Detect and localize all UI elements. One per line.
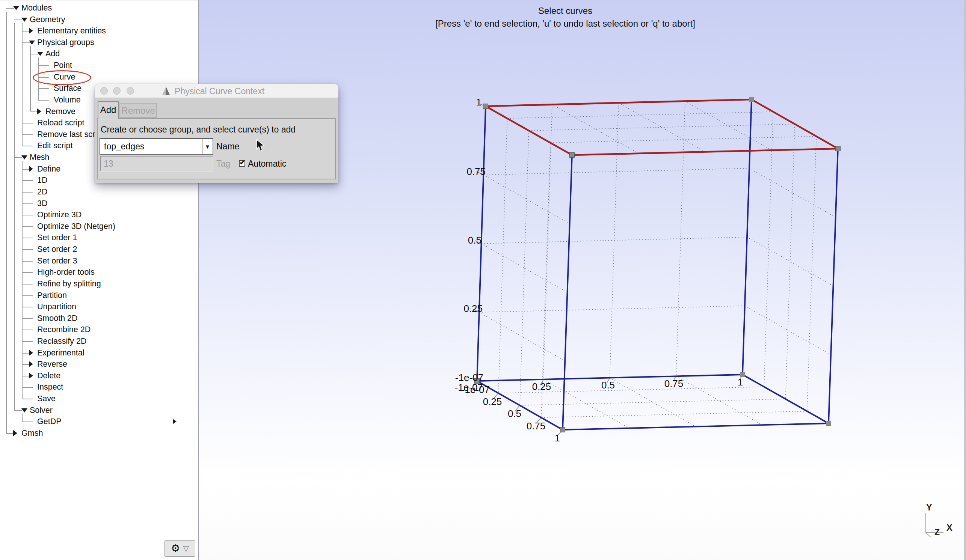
tree-item-point[interactable]: Point: [0, 60, 198, 71]
tree-item-set-order-3[interactable]: Set order 3: [0, 255, 198, 267]
close-button[interactable]: [100, 87, 108, 95]
tree-item-label: Inspect: [37, 382, 63, 393]
grid-line: [544, 105, 552, 380]
tree-item-add[interactable]: Add: [0, 48, 198, 59]
tree-item-physical-groups[interactable]: Physical groups: [0, 37, 198, 48]
dialog-titlebar[interactable]: Physical Curve Context: [95, 84, 338, 98]
caret-right-icon[interactable]: [37, 108, 41, 115]
group-name-combobox[interactable]: top_edges ▼: [100, 138, 214, 155]
curve-edge-DF[interactable]: [563, 155, 572, 430]
tree-item-label: 2D: [37, 186, 47, 197]
tree-item-label: Mesh: [30, 152, 49, 163]
window-right-edge: [964, 0, 966, 560]
tree-connector: [22, 295, 33, 296]
tree-item-reclassify-2d[interactable]: Reclassify 2D: [0, 336, 198, 347]
tree-item-getdp[interactable]: GetDP: [0, 416, 198, 427]
caret-right-icon[interactable]: [29, 350, 33, 356]
selected-curve-edge-CD[interactable]: [572, 149, 838, 155]
tree-item-label: Reload script: [37, 117, 84, 128]
grid-line: [685, 102, 771, 151]
tree-connector: [22, 329, 33, 330]
axis-tick-label: 0.5: [468, 234, 481, 246]
tab-remove[interactable]: Remove: [120, 103, 157, 118]
tree-item-label: Remove last script: [37, 129, 104, 140]
tree-item-unpartition[interactable]: Unpartition: [0, 301, 198, 312]
tree-connector: [22, 272, 33, 273]
curve-edge-CH[interactable]: [828, 149, 838, 423]
grid-line: [747, 237, 833, 287]
caret-right-icon[interactable]: [29, 361, 33, 367]
tree-item-solver[interactable]: Solver: [0, 404, 198, 416]
curve-edge-GH[interactable]: [743, 375, 828, 423]
tree-options-button[interactable]: ⚙ ▽: [164, 540, 195, 557]
vertex-marker-A: [483, 104, 488, 109]
tree-item-curve[interactable]: Curve: [0, 71, 198, 83]
vertex-marker-H: [826, 421, 831, 426]
tree-connector: [22, 146, 33, 146]
caret-right-icon[interactable]: [29, 166, 33, 172]
caret-down-icon[interactable]: [21, 18, 28, 22]
zoom-button[interactable]: [127, 87, 134, 95]
selected-curve-edge-AB[interactable]: [486, 100, 752, 106]
grid-line: [676, 102, 685, 377]
origin-axis-ticks: -1e-07-1e-07: [455, 382, 490, 395]
z-axis-ticks: 10.750.50.25-1e-07: [455, 97, 486, 383]
caret-right-icon[interactable]: [13, 430, 17, 436]
tree-item-elementary-entities[interactable]: Elementary entities: [0, 25, 198, 36]
tree-item-2d[interactable]: 2D: [0, 186, 198, 197]
tree-item-refine-by-splitting[interactable]: Refine by splitting: [0, 278, 198, 289]
tree-item-label: Set order 1: [37, 232, 77, 243]
tree-connector: [22, 353, 30, 354]
axis-tick-label: -1e-07: [462, 384, 490, 395]
tree-item-gmsh[interactable]: Gmsh: [0, 427, 198, 439]
automatic-checkbox[interactable]: ✔: [239, 160, 245, 167]
tree-item-label: Gmsh: [21, 427, 43, 439]
tree-connector: [6, 8, 14, 9]
tree-item-optimize-3d[interactable]: Optimize 3D: [0, 209, 198, 220]
caret-down-icon[interactable]: [37, 52, 43, 56]
tree-item-label: Delete: [37, 370, 61, 382]
tree-item-label: Smooth 2D: [37, 313, 78, 324]
axis-tick-label: 0.75: [467, 166, 486, 177]
tree-item-reverse[interactable]: Reverse: [0, 359, 198, 370]
tree-item-label: Geometry: [30, 14, 65, 25]
tree-item-label: High-order tools: [37, 267, 95, 278]
combo-dropdown-button[interactable]: ▼: [202, 139, 213, 154]
tree-item-3d[interactable]: 3D: [0, 198, 198, 209]
tree-item-label: Physical groups: [37, 37, 94, 48]
tree-item-partition[interactable]: Partition: [0, 290, 198, 301]
tree-item-experimental[interactable]: Experimental: [0, 347, 198, 359]
caret-right-icon[interactable]: [29, 373, 33, 379]
dropdown-triangle-icon: ▽: [183, 545, 189, 552]
minimize-button[interactable]: [113, 87, 121, 95]
axis-tick-label: 0.5: [508, 408, 521, 419]
tree-item-inspect[interactable]: Inspect: [0, 382, 198, 393]
tree-connector: [14, 410, 22, 411]
curve-edge-FH[interactable]: [563, 423, 828, 430]
tree-item-set-order-1[interactable]: Set order 1: [0, 232, 198, 243]
tag-input[interactable]: 13: [100, 156, 214, 172]
selected-curve-edge-BC[interactable]: [752, 100, 838, 149]
tree-item-smooth-2d[interactable]: Smooth 2D: [0, 313, 198, 324]
gl-status-message: Select curves [Press 'e' to end selectio…: [435, 5, 695, 30]
caret-down-icon[interactable]: [29, 41, 35, 45]
tree-item-delete[interactable]: Delete: [0, 370, 198, 382]
tree-item-geometry[interactable]: Geometry: [0, 14, 198, 25]
cube-edges: [477, 100, 838, 430]
tab-add[interactable]: Add: [98, 101, 119, 119]
axis-tick-label: 0.25: [463, 303, 483, 314]
tree-item-recombine-2d[interactable]: Recombine 2D: [0, 324, 198, 335]
selected-curve-edge-DA[interactable]: [486, 106, 572, 155]
caret-down-icon[interactable]: [13, 6, 19, 10]
caret-down-icon[interactable]: [21, 408, 28, 413]
tree-connector: [22, 249, 33, 250]
vertex-marker-D: [570, 153, 575, 158]
tree-item-set-order-2[interactable]: Set order 2: [0, 244, 198, 255]
tree-item-modules[interactable]: Modules: [0, 2, 198, 13]
tree-item-optimize-3d-netgen-[interactable]: Optimize 3D (Netgen): [0, 221, 198, 232]
caret-right-icon[interactable]: [29, 28, 33, 34]
caret-down-icon[interactable]: [21, 156, 28, 159]
tree-item-label: Save: [37, 393, 56, 404]
tree-item-high-order-tools[interactable]: High-order tools: [0, 267, 198, 278]
tree-item-save[interactable]: Save: [0, 393, 198, 404]
